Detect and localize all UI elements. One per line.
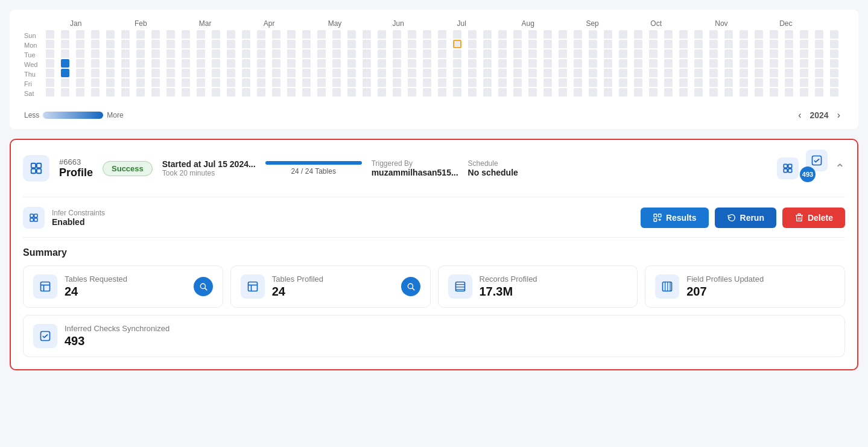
heatmap-cell[interactable] (709, 59, 718, 68)
heatmap-cell[interactable] (287, 59, 296, 68)
heatmap-cell[interactable] (46, 49, 54, 58)
heatmap-cell[interactable] (815, 78, 823, 87)
heatmap-cell[interactable] (302, 69, 311, 77)
heatmap-cell[interactable] (136, 88, 145, 97)
heatmap-cell[interactable] (589, 59, 597, 68)
heatmap-cell[interactable] (755, 30, 763, 39)
heatmap-cell[interactable] (498, 59, 507, 68)
heatmap-cell[interactable] (197, 78, 205, 87)
heatmap-cell[interactable] (574, 40, 582, 48)
heatmap-cell[interactable] (363, 88, 371, 97)
heatmap-cell[interactable] (770, 30, 778, 39)
heatmap-cell[interactable] (528, 49, 537, 58)
heatmap-cell[interactable] (513, 40, 522, 48)
heatmap-cell[interactable] (830, 40, 838, 48)
heatmap-cell[interactable] (755, 88, 763, 97)
heatmap-cell[interactable] (724, 30, 733, 39)
heatmap-cell[interactable] (423, 40, 431, 48)
heatmap-cell[interactable] (694, 88, 703, 97)
heatmap-cell[interactable] (347, 69, 356, 77)
heatmap-cell[interactable] (166, 40, 175, 48)
heatmap-cell[interactable] (272, 88, 280, 97)
heatmap-cell[interactable] (559, 88, 567, 97)
heatmap-cell[interactable] (272, 69, 280, 77)
heatmap-cell[interactable] (483, 69, 492, 77)
heatmap-cell[interactable] (227, 59, 235, 68)
heatmap-cell[interactable] (408, 78, 416, 87)
heatmap-cell[interactable] (212, 30, 220, 39)
heatmap-cell[interactable] (332, 30, 341, 39)
heatmap-cell[interactable] (106, 78, 115, 87)
heatmap-cell[interactable] (393, 59, 401, 68)
heatmap-cell[interactable] (302, 78, 311, 87)
heatmap-cell[interactable] (393, 69, 401, 77)
heatmap-cell[interactable] (649, 69, 657, 77)
heatmap-cell[interactable] (740, 78, 748, 87)
heatmap-cell[interactable] (513, 30, 522, 39)
heatmap-cell[interactable] (619, 59, 627, 68)
heatmap-cell[interactable] (664, 88, 673, 97)
heatmap-cell[interactable] (785, 30, 793, 39)
heatmap-cell[interactable] (408, 30, 416, 39)
heatmap-cell[interactable] (378, 40, 386, 48)
heatmap-cell[interactable] (287, 88, 296, 97)
heatmap-cell[interactable] (151, 69, 160, 77)
heatmap-cell[interactable] (363, 49, 371, 58)
heatmap-cell[interactable] (649, 78, 657, 87)
heatmap-cell[interactable] (785, 78, 793, 87)
heatmap-cell[interactable] (347, 59, 356, 68)
card-tables-profiled-search[interactable] (401, 277, 420, 296)
heatmap-cell[interactable] (543, 30, 552, 39)
heatmap-cell[interactable] (800, 88, 808, 97)
heatmap-cell[interactable] (302, 30, 311, 39)
results-button[interactable]: Results (641, 208, 709, 228)
heatmap-cell[interactable] (740, 30, 748, 39)
heatmap-cell[interactable] (423, 88, 431, 97)
heatmap-cell[interactable] (272, 78, 280, 87)
heatmap-cell[interactable] (106, 40, 115, 48)
heatmap-cell[interactable] (770, 59, 778, 68)
heatmap-cell[interactable] (800, 78, 808, 87)
heatmap-cell[interactable] (830, 49, 838, 58)
heatmap-cell[interactable] (136, 40, 145, 48)
heatmap-cell[interactable] (679, 88, 688, 97)
heatmap-cell[interactable] (740, 49, 748, 58)
heatmap-cell[interactable] (106, 49, 115, 58)
heatmap-cell[interactable] (649, 88, 657, 97)
heatmap-cell[interactable] (378, 49, 386, 58)
heatmap-cell[interactable] (740, 40, 748, 48)
heatmap-cell[interactable] (694, 30, 703, 39)
heatmap-cell[interactable] (272, 40, 280, 48)
heatmap-cell[interactable] (528, 30, 537, 39)
heatmap-cell[interactable] (212, 40, 220, 48)
heatmap-cell[interactable] (166, 88, 175, 97)
heatmap-cell[interactable] (664, 59, 673, 68)
heatmap-cell[interactable] (91, 59, 100, 68)
heatmap-cell[interactable] (212, 69, 220, 77)
heatmap-cell[interactable] (709, 88, 718, 97)
heatmap-cell[interactable] (197, 59, 205, 68)
heatmap-cell[interactable] (121, 78, 130, 87)
heatmap-cell[interactable] (453, 78, 461, 87)
heatmap-cell[interactable] (619, 30, 627, 39)
heatmap-cell[interactable] (61, 78, 69, 87)
heatmap-cell[interactable] (166, 69, 175, 77)
heatmap-cell[interactable] (694, 69, 703, 77)
heatmap-cell[interactable] (830, 88, 838, 97)
heatmap-cell[interactable] (136, 78, 145, 87)
heatmap-cell[interactable] (287, 69, 296, 77)
heatmap-cell[interactable] (347, 78, 356, 87)
heatmap-cell[interactable] (513, 59, 522, 68)
delete-button[interactable]: Delete (782, 208, 845, 228)
heatmap-cell[interactable] (242, 40, 250, 48)
heatmap-cell[interactable] (453, 30, 461, 39)
heatmap-cell[interactable] (317, 30, 326, 39)
heatmap-cell[interactable] (709, 69, 718, 77)
heatmap-cell[interactable] (438, 40, 446, 48)
heatmap-cell[interactable] (242, 88, 250, 97)
heatmap-cell[interactable] (121, 88, 130, 97)
heatmap-cell[interactable] (46, 88, 54, 97)
heatmap-cell[interactable] (121, 49, 130, 58)
heatmap-cell[interactable] (679, 78, 688, 87)
heatmap-cell[interactable] (61, 88, 69, 97)
